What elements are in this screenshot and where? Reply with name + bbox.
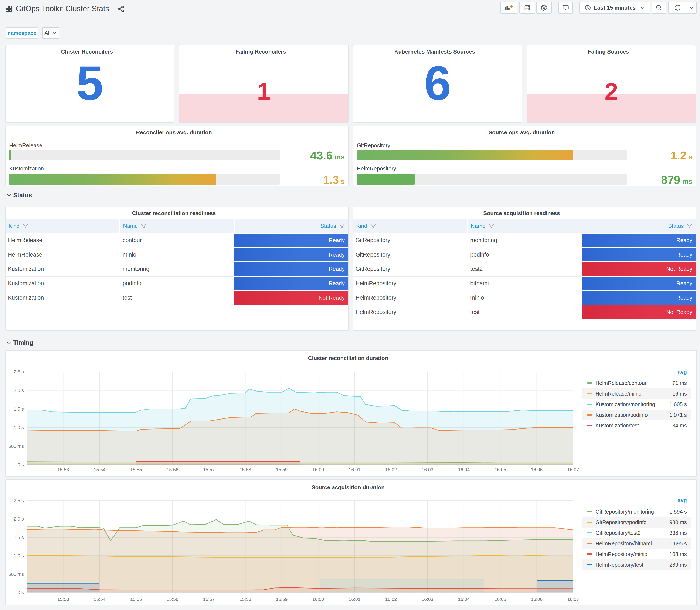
svg-text:16:04: 16:04	[458, 597, 470, 602]
svg-text:16:05: 16:05	[494, 597, 506, 602]
svg-text:500 ms: 500 ms	[9, 572, 24, 577]
svg-text:15:53: 15:53	[58, 467, 69, 472]
svg-text:16:04: 16:04	[458, 467, 470, 472]
svg-text:1.5 s: 1.5 s	[14, 406, 24, 412]
svg-text:16:03: 16:03	[422, 597, 433, 602]
svg-text:16:07: 16:07	[567, 597, 579, 602]
svg-text:15:53: 15:53	[58, 597, 69, 602]
svg-text:15:57: 15:57	[203, 467, 215, 472]
svg-text:15:57: 15:57	[203, 597, 215, 602]
svg-text:16:02: 16:02	[385, 597, 397, 602]
svg-text:2.5 s: 2.5 s	[14, 369, 24, 374]
svg-text:0 s: 0 s	[18, 590, 24, 595]
svg-text:16:00: 16:00	[312, 467, 324, 472]
svg-text:16:06: 16:06	[531, 467, 542, 472]
svg-text:15:59: 15:59	[276, 467, 288, 472]
svg-text:16:01: 16:01	[349, 597, 360, 602]
svg-text:15:55: 15:55	[130, 597, 142, 602]
svg-text:2.0 s: 2.0 s	[14, 388, 24, 393]
svg-text:15:54: 15:54	[94, 467, 105, 472]
svg-text:15:55: 15:55	[130, 467, 142, 472]
svg-text:1.0 s: 1.0 s	[14, 553, 24, 558]
svg-text:15:56: 15:56	[167, 467, 178, 472]
svg-text:500 ms: 500 ms	[9, 444, 24, 449]
svg-text:16:07: 16:07	[567, 467, 579, 472]
svg-text:1.5 s: 1.5 s	[14, 535, 24, 540]
svg-text:0 s: 0 s	[18, 462, 24, 467]
svg-text:16:01: 16:01	[349, 467, 360, 472]
svg-text:2.0 s: 2.0 s	[14, 516, 24, 521]
svg-text:15:58: 15:58	[240, 597, 251, 602]
svg-text:16:05: 16:05	[494, 467, 506, 472]
svg-text:15:58: 15:58	[240, 467, 251, 472]
svg-text:16:02: 16:02	[385, 467, 397, 472]
svg-text:1.0 s: 1.0 s	[14, 425, 24, 430]
svg-text:16:03: 16:03	[422, 467, 433, 472]
svg-text:2.5 s: 2.5 s	[14, 498, 24, 503]
svg-text:15:56: 15:56	[167, 597, 178, 602]
svg-text:15:59: 15:59	[276, 597, 288, 602]
svg-text:15:54: 15:54	[94, 597, 105, 602]
svg-text:16:06: 16:06	[531, 597, 542, 602]
svg-text:16:00: 16:00	[312, 597, 324, 602]
